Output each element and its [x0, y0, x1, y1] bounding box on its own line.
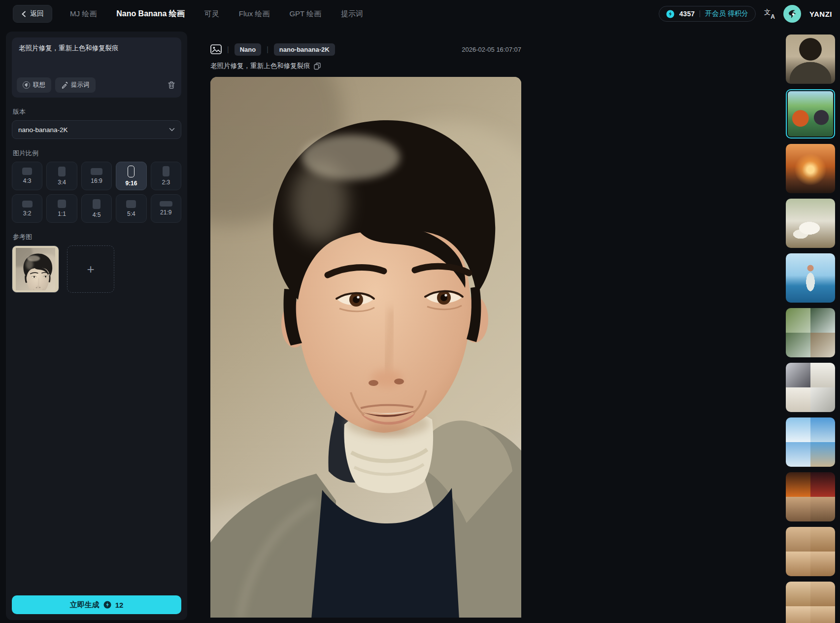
thumbnail-art: [786, 35, 835, 84]
tab-nano-banana[interactable]: Nano Banana 绘画: [116, 9, 185, 19]
thumbnail-art: [786, 363, 835, 412]
copy-prompt-button[interactable]: [314, 63, 321, 70]
tab-keling[interactable]: 可灵: [204, 9, 219, 19]
ratio-4-3[interactable]: 4:3: [12, 162, 42, 190]
ratio-16-9[interactable]: 16:9: [81, 162, 112, 190]
result-prompt-row: 老照片修复，重新上色和修复裂痕: [210, 62, 521, 70]
thumbnail-art: [786, 472, 835, 521]
version-value: nano-banana-2K: [18, 126, 68, 134]
thumbnail-art: [786, 417, 835, 467]
ratio-3-4-shape: [58, 167, 66, 176]
generate-cost: 12: [115, 601, 124, 609]
prompt-tool-label: 提示词: [71, 81, 90, 89]
ratio-5-4[interactable]: 5:4: [116, 194, 146, 223]
thumbnail-art: [786, 253, 835, 303]
prompt-tool-button[interactable]: 提示词: [55, 77, 96, 93]
tab-flux[interactable]: Flux 绘画: [239, 9, 270, 19]
ratio-5-4-shape: [126, 200, 136, 208]
reference-image[interactable]: [12, 245, 59, 293]
gallery-thumbnail-white-sneakers[interactable]: [786, 199, 835, 248]
membership-link[interactable]: 开会员 得积分: [705, 9, 748, 18]
thumbnail-art: [786, 582, 835, 623]
add-reference-button[interactable]: +: [67, 245, 114, 293]
pen-icon: [61, 82, 68, 89]
ratio-16-9-shape: [91, 168, 102, 175]
ratio-3-2-shape: [22, 201, 33, 208]
history-gallery: [786, 35, 836, 623]
prompt-input[interactable]: 老照片修复，重新上色和修复裂痕 联想 提示词: [12, 37, 181, 98]
thumbnail-art: [786, 144, 835, 193]
thumbnail-art: [786, 199, 835, 248]
result-area: | Nano | nano-banana-2K 2026-02-05 16:07…: [210, 42, 521, 618]
trash-icon: [168, 81, 175, 89]
reference-row: +: [12, 245, 181, 293]
gallery-thumbnail-journey-west-selected[interactable]: [786, 89, 835, 138]
reference-label: 参考图: [13, 233, 180, 242]
prompt-input-value: 老照片修复，重新上色和修复裂痕: [19, 43, 174, 53]
associate-button[interactable]: 联想: [17, 77, 51, 93]
credit-count: 4357: [679, 10, 695, 18]
tab-gpt[interactable]: GPT 绘画: [289, 9, 321, 19]
tab-prompts[interactable]: 提示词: [341, 9, 363, 19]
gallery-thumbnail-flame-grid[interactable]: [786, 472, 835, 521]
aspect-ratio-grid: 4:3 3:4 16:9 9:16 2:3 3:2 1:1 4:5: [12, 162, 181, 223]
image-icon: [210, 44, 222, 54]
gallery-thumbnail-restored-portrait[interactable]: [786, 35, 835, 84]
restored-portrait-photo: [210, 77, 521, 618]
bird-emblem-icon: [23, 81, 30, 89]
ratio-9-16[interactable]: 9:16: [116, 162, 146, 190]
reference-photo: [16, 248, 55, 290]
gallery-thumbnail-shoes-grid[interactable]: [786, 363, 835, 412]
tab-mj[interactable]: MJ 绘画: [70, 9, 97, 19]
thumbnail-art: [786, 527, 835, 576]
ratio-9-16-shape: [128, 166, 134, 177]
ratio-4-5-shape: [93, 199, 101, 209]
generate-button[interactable]: 立即生成 12: [12, 595, 181, 614]
generate-label: 立即生成: [70, 600, 100, 610]
gallery-thumbnail-figures-grid[interactable]: [786, 527, 835, 576]
translate-icon[interactable]: 文 A: [764, 8, 775, 19]
thumbnail-art: [788, 91, 833, 137]
ratio-21-9-shape: [160, 201, 172, 207]
gallery-thumbnail-figures-grid-2[interactable]: [786, 582, 835, 623]
back-label: 返回: [30, 9, 44, 18]
timestamp: 2026-02-05 16:07:07: [462, 46, 521, 53]
separator: |: [227, 45, 229, 53]
gallery-thumbnail-sky-grid[interactable]: [786, 417, 835, 467]
top-navbar: 返回 MJ 绘画 Nano Banana 绘画 可灵 Flux 绘画 GPT 绘…: [0, 0, 840, 28]
model-tag[interactable]: Nano: [235, 43, 262, 56]
coin-cost-icon: [103, 601, 111, 609]
result-prompt-text: 老照片修复，重新上色和修复裂痕: [210, 62, 310, 70]
ratio-3-2[interactable]: 3:2: [12, 194, 42, 223]
plus-icon: +: [87, 263, 94, 276]
bird-logo-icon: [787, 9, 797, 19]
clear-prompt-button[interactable]: [168, 81, 175, 89]
ratio-4-3-shape: [22, 168, 32, 175]
ratio-21-9[interactable]: 21:9: [151, 194, 181, 223]
navbar-right: 4357 开会员 得积分 文 A YANZI: [659, 5, 832, 23]
coin-icon: [666, 10, 674, 18]
composer-panel: 老照片修复，重新上色和修复裂痕 联想 提示词 版本: [6, 32, 187, 620]
generated-image[interactable]: [210, 77, 521, 618]
gallery-thumbnail-sunset-crabs[interactable]: [786, 144, 835, 193]
ratio-3-4[interactable]: 3:4: [46, 162, 77, 190]
version-tag[interactable]: nano-banana-2K: [274, 43, 335, 56]
ratio-2-3[interactable]: 2:3: [151, 162, 181, 190]
gallery-thumbnail-stream-grid[interactable]: [786, 308, 835, 357]
result-header: | Nano | nano-banana-2K 2026-02-05 16:07…: [210, 42, 521, 56]
ratio-4-5[interactable]: 4:5: [81, 194, 112, 223]
ratio-1-1[interactable]: 1:1: [46, 194, 77, 223]
ratio-2-3-shape: [163, 166, 169, 176]
gallery-thumbnail-girl-by-sea[interactable]: [786, 253, 835, 303]
thumbnail-art: [786, 308, 835, 357]
copy-icon: [314, 63, 321, 70]
version-select[interactable]: nano-banana-2K: [12, 120, 181, 139]
ratio-label: 图片比例: [13, 149, 180, 158]
chevron-down-icon: [169, 128, 175, 132]
back-button[interactable]: 返回: [13, 5, 52, 23]
avatar[interactable]: [783, 5, 801, 23]
credits-pill[interactable]: 4357 开会员 得积分: [659, 6, 756, 22]
associate-label: 联想: [33, 81, 45, 89]
version-label: 版本: [13, 107, 180, 116]
pill-divider: [700, 10, 700, 17]
